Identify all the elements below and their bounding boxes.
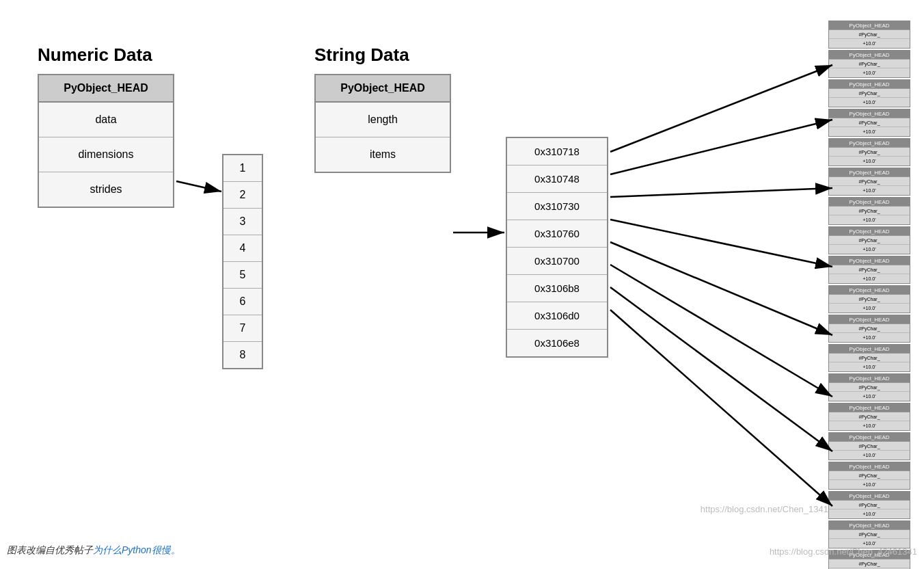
mem-light-row1-3: #PyChar_ — [829, 118, 910, 127]
mem-dark-row-3: PyObject_HEAD — [829, 109, 910, 118]
numeric-data-box: PyObject_HEAD data dimensions strides — [38, 74, 174, 208]
mem-light-row2-5: +10.0' — [829, 186, 910, 195]
mem-dark-row-17: PyObject_HEAD — [829, 521, 910, 530]
memory-groups: PyObject_HEAD#PyChar_+10.0'PyObject_HEAD… — [828, 21, 910, 569]
mem-light-row2-11: +10.0' — [829, 362, 910, 371]
mem-light-row1-2: #PyChar_ — [829, 89, 910, 98]
mem-light-row2-14: +10.0' — [829, 451, 910, 460]
mem-dark-row-8: PyObject_HEAD — [829, 256, 910, 265]
mem-light-row1-7: #PyChar_ — [829, 236, 910, 245]
items-array: 0x310718 0x310748 0x310730 0x310760 0x31… — [506, 137, 608, 358]
string-length-row: length — [316, 103, 450, 137]
mem-light-row2-3: +10.0' — [829, 127, 910, 136]
svg-line-4 — [610, 120, 832, 174]
item-addr-4: 0x310700 — [507, 248, 607, 275]
string-pyobject-head: PyObject_HEAD — [316, 75, 450, 103]
memory-group-9: PyObject_HEAD#PyChar_+10.0' — [828, 285, 910, 313]
item-addr-0: 0x310718 — [507, 138, 607, 166]
mem-light-row2-13: +10.0' — [829, 421, 910, 430]
mem-dark-row-16: PyObject_HEAD — [829, 492, 910, 501]
svg-line-10 — [610, 310, 832, 506]
mem-dark-row-1: PyObject_HEAD — [829, 51, 910, 59]
mem-dark-row-15: PyObject_HEAD — [829, 462, 910, 471]
mem-light-row1-4: #PyChar_ — [829, 148, 910, 157]
array-box: 1 2 3 4 5 6 7 8 — [222, 154, 263, 369]
memory-group-13: PyObject_HEAD#PyChar_+10.0' — [828, 403, 910, 431]
mem-light-row1-12: #PyChar_ — [829, 383, 910, 392]
item-addr-7: 0x3106e8 — [507, 330, 607, 356]
watermark2: https://blog.csdn.net/Chen_42461341 — [770, 546, 917, 557]
svg-line-7 — [610, 242, 832, 335]
memory-group-2: PyObject_HEAD#PyChar_+10.0' — [828, 79, 910, 107]
mem-light-row1-17: #PyChar_ — [829, 530, 910, 539]
mem-dark-row-6: PyObject_HEAD — [829, 198, 910, 207]
mem-light-row2-7: +10.0' — [829, 245, 910, 254]
svg-line-9 — [610, 287, 832, 451]
array-cell-4: 4 — [223, 235, 262, 262]
mem-light-row1-6: #PyChar_ — [829, 207, 910, 215]
item-addr-3: 0x310760 — [507, 220, 607, 248]
mem-light-row1-13: #PyChar_ — [829, 412, 910, 421]
svg-line-5 — [610, 188, 832, 197]
footer-link[interactable]: 为什么Python很慢。 — [93, 544, 180, 555]
memory-group-1: PyObject_HEAD#PyChar_+10.0' — [828, 50, 910, 78]
mem-dark-row-13: PyObject_HEAD — [829, 403, 910, 412]
mem-light-row2-15: +10.0' — [829, 480, 910, 489]
mem-light-row2-1: +10.0' — [829, 68, 910, 77]
mem-dark-row-0: PyObject_HEAD — [829, 21, 910, 30]
mem-light-row1-10: #PyChar_ — [829, 324, 910, 333]
mem-light-row2-16: +10.0' — [829, 510, 910, 518]
mem-dark-row-11: PyObject_HEAD — [829, 345, 910, 354]
array-cell-1: 1 — [223, 155, 262, 182]
item-addr-1: 0x310748 — [507, 166, 607, 193]
mem-light-row1-0: #PyChar_ — [829, 30, 910, 39]
string-data-section: String Data PyObject_HEAD length items — [314, 44, 451, 173]
mem-dark-row-12: PyObject_HEAD — [829, 374, 910, 383]
memory-group-3: PyObject_HEAD#PyChar_+10.0' — [828, 109, 910, 137]
svg-line-8 — [610, 265, 832, 397]
mem-light-row2-12: +10.0' — [829, 392, 910, 401]
mem-dark-row-10: PyObject_HEAD — [829, 315, 910, 324]
data-array: 1 2 3 4 5 6 7 8 — [222, 154, 263, 369]
mem-light-row1-14: #PyChar_ — [829, 442, 910, 451]
array-cell-8: 8 — [223, 342, 262, 368]
memory-group-17: PyObject_HEAD#PyChar_+10.0' — [828, 520, 910, 548]
footer-prefix: 图表改编自优秀帖子 — [7, 544, 93, 555]
array-cell-2: 2 — [223, 182, 262, 209]
array-cell-3: 3 — [223, 209, 262, 235]
memory-group-8: PyObject_HEAD#PyChar_+10.0' — [828, 256, 910, 284]
main-container: Numeric Data PyObject_HEAD data dimensio… — [0, 0, 924, 569]
memory-group-11: PyObject_HEAD#PyChar_+10.0' — [828, 344, 910, 372]
array-cell-6: 6 — [223, 289, 262, 315]
memory-group-4: PyObject_HEAD#PyChar_+10.0' — [828, 138, 910, 166]
mem-light-row2-9: +10.0' — [829, 304, 910, 313]
mem-light-row2-4: +10.0' — [829, 157, 910, 166]
numeric-strides-row: strides — [39, 172, 173, 207]
mem-dark-row-5: PyObject_HEAD — [829, 168, 910, 177]
item-addr-6: 0x3106d0 — [507, 302, 607, 330]
mem-light-row2-10: +10.0' — [829, 333, 910, 342]
memory-column: PyObject_HEAD#PyChar_+10.0'PyObject_HEAD… — [828, 21, 910, 569]
mem-light-row2-0: +10.0' — [829, 39, 910, 48]
memory-group-12: PyObject_HEAD#PyChar_+10.0' — [828, 373, 910, 401]
svg-line-3 — [610, 65, 832, 152]
numeric-data-section: Numeric Data PyObject_HEAD data dimensio… — [38, 44, 174, 208]
mem-dark-row-9: PyObject_HEAD — [829, 286, 910, 295]
mem-light-row2-8: +10.0' — [829, 274, 910, 283]
mem-dark-row-14: PyObject_HEAD — [829, 433, 910, 442]
memory-group-16: PyObject_HEAD#PyChar_+10.0' — [828, 491, 910, 519]
string-data-title: String Data — [314, 44, 451, 66]
numeric-data-row: data — [39, 103, 173, 137]
svg-line-1 — [176, 181, 221, 191]
numeric-pyobject-head: PyObject_HEAD — [39, 75, 173, 103]
mem-light-row1-11: #PyChar_ — [829, 354, 910, 362]
array-cell-5: 5 — [223, 262, 262, 289]
mem-light-row2-2: +10.0' — [829, 98, 910, 107]
memory-group-14: PyObject_HEAD#PyChar_+10.0' — [828, 432, 910, 460]
watermark: https://blog.csdn.net/Chen_1341 — [701, 504, 828, 514]
memory-group-5: PyObject_HEAD#PyChar_+10.0' — [828, 168, 910, 196]
mem-light-row2-6: +10.0' — [829, 215, 910, 224]
memory-group-6: PyObject_HEAD#PyChar_+10.0' — [828, 197, 910, 225]
mem-light-row1-18: #PyChar_ — [829, 559, 910, 568]
string-items-row: items — [316, 137, 450, 172]
